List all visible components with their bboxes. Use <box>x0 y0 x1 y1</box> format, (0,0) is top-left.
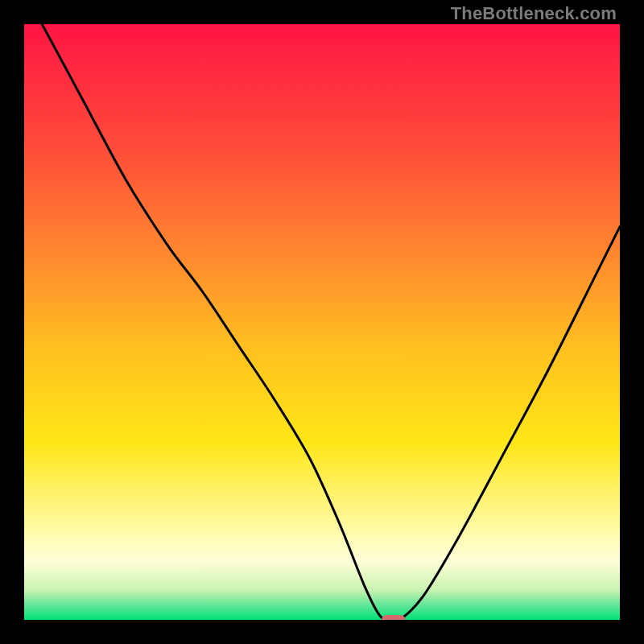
gradient-background <box>24 24 620 620</box>
chart-frame: TheBottleneck.com <box>0 0 644 644</box>
plot-area <box>24 24 620 620</box>
watermark-text: TheBottleneck.com <box>451 3 617 24</box>
optimal-marker <box>382 615 406 620</box>
bottleneck-chart <box>24 24 620 620</box>
